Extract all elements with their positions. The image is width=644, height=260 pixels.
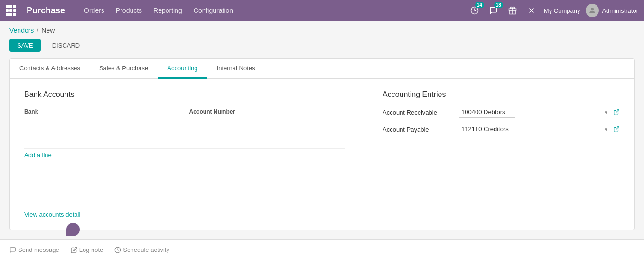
add-line-btn[interactable]: Add a line <box>24 149 345 159</box>
col-bank-label: Bank <box>24 108 180 115</box>
bank-accounts-title: Bank Accounts <box>24 90 345 99</box>
log-note-btn[interactable]: Log note <box>71 246 103 253</box>
save-button[interactable]: SAVE <box>9 39 41 52</box>
bank-table-body <box>24 120 345 149</box>
navbar-right: 14 18 My Company Administrator <box>468 4 638 17</box>
bank-table: Bank Account Number Add a line <box>24 106 345 159</box>
payable-field-wrap: 112110 Creditors <box>459 124 620 135</box>
breadcrumb-parent[interactable]: Vendors <box>9 27 34 34</box>
bank-accounts-section: Bank Accounts Bank Account Number Add a … <box>24 90 345 218</box>
form-card: Contacts & Addresses Sales & Purchase Ac… <box>9 58 635 230</box>
clock-badge: 14 <box>475 2 484 8</box>
user-menu[interactable]: Administrator <box>586 4 638 17</box>
app-brand: Purchase <box>27 6 65 16</box>
chat-badge: 18 <box>494 2 503 8</box>
bank-table-header: Bank Account Number <box>24 106 345 118</box>
account-payable-row: Account Payable 112110 Creditors <box>383 124 620 135</box>
company-name[interactable]: My Company <box>544 7 580 14</box>
svg-line-6 <box>616 110 619 113</box>
page: Vendors / New SAVE DISCARD Contacts & Ad… <box>0 21 644 260</box>
receivable-select[interactable]: 100400 Debtors <box>459 106 515 118</box>
tab-accounting[interactable]: Accounting <box>158 59 207 79</box>
tab-internal-notes[interactable]: Internal Notes <box>207 59 265 79</box>
chat-icon[interactable]: 18 <box>487 4 500 17</box>
apps-menu-icon[interactable] <box>6 5 17 16</box>
bottom-bar: Send message Log note Schedule activity <box>0 239 644 260</box>
tab-contacts[interactable]: Contacts & Addresses <box>10 59 90 79</box>
accounting-entries-title: Accounting Entries <box>383 90 620 99</box>
receivable-ext-link[interactable] <box>613 109 620 116</box>
breadcrumb-sep: / <box>37 27 38 34</box>
tab-sales-purchase[interactable]: Sales & Purchase <box>90 59 158 79</box>
account-receivable-row: Account Receivable 100400 Debtors <box>383 106 620 118</box>
tabs: Contacts & Addresses Sales & Purchase Ac… <box>10 59 634 79</box>
clock-icon[interactable]: 14 <box>468 4 481 17</box>
close-icon[interactable] <box>525 4 538 17</box>
payable-select-wrap: 112110 Creditors <box>459 124 610 135</box>
nav-products[interactable]: Products <box>111 4 147 17</box>
action-bar: SAVE DISCARD <box>9 39 635 52</box>
receivable-label: Account Receivable <box>383 109 454 116</box>
accounting-entries-section: Accounting Entries Account Receivable 10… <box>383 90 620 218</box>
col-account-label: Account Number <box>189 108 345 115</box>
receivable-field-wrap: 100400 Debtors <box>459 106 620 118</box>
send-message-btn[interactable]: Send message <box>9 246 59 253</box>
breadcrumb: Vendors / New <box>9 27 635 34</box>
schedule-activity-btn[interactable]: Schedule activity <box>114 246 169 253</box>
tab-content-accounting: Bank Accounts Bank Account Number Add a … <box>10 79 634 230</box>
gift-icon[interactable] <box>506 4 519 17</box>
svg-point-5 <box>591 8 594 10</box>
breadcrumb-current: New <box>41 27 55 34</box>
nav-configuration[interactable]: Configuration <box>189 4 238 17</box>
user-avatar <box>586 4 599 17</box>
payable-ext-link[interactable] <box>613 126 620 133</box>
chat-bubble[interactable] <box>66 223 80 236</box>
discard-button[interactable]: DISCARD <box>45 39 88 52</box>
view-accounts-link[interactable]: View accounts detail <box>24 211 80 218</box>
navbar-menu: Orders Products Reporting Configuration <box>79 4 458 17</box>
payable-label: Account Payable <box>383 126 454 133</box>
nav-reporting[interactable]: Reporting <box>149 4 187 17</box>
receivable-select-wrap: 100400 Debtors <box>459 106 610 118</box>
payable-select[interactable]: 112110 Creditors <box>459 124 518 135</box>
navbar: Purchase Orders Products Reporting Confi… <box>0 0 644 21</box>
svg-line-7 <box>616 127 619 130</box>
user-name: Administrator <box>602 7 638 14</box>
nav-orders[interactable]: Orders <box>79 4 109 17</box>
